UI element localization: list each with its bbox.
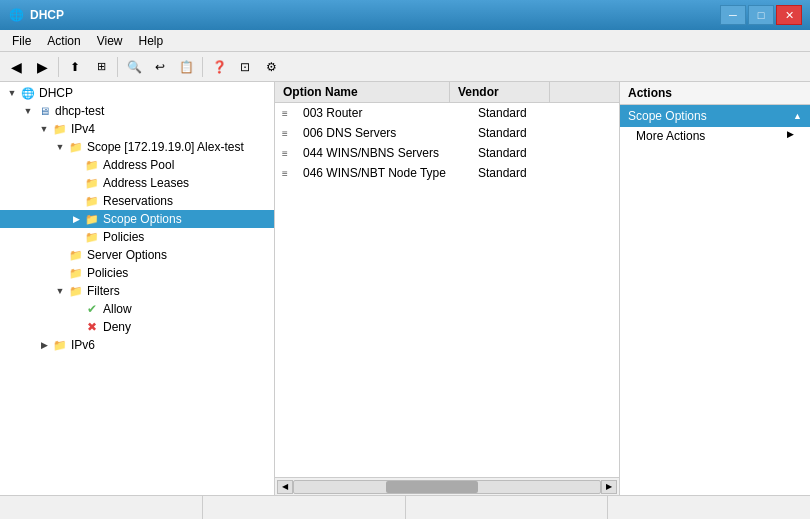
allow-icon: ✔ [84, 301, 100, 317]
tree-item-ipv4[interactable]: ▼ 📁 IPv4 [0, 120, 274, 138]
tree-item-ipv6[interactable]: ▶ 📁 IPv6 [0, 336, 274, 354]
ipv4-label: IPv4 [71, 122, 95, 136]
tree-item-policies-ipv4[interactable]: ▶ 📁 Policies [0, 264, 274, 282]
dhcp-test-label: dhcp-test [55, 104, 104, 118]
toolbar: ◀ ▶ ⬆ ⊞ 🔍 ↩ 📋 ❓ ⊡ ⚙ [0, 52, 810, 82]
settings-button[interactable]: ⚙ [259, 55, 283, 79]
expand-dhcp[interactable]: ▼ [4, 85, 20, 101]
minimize-button[interactable]: ─ [720, 5, 746, 25]
expand-filters[interactable]: ▼ [52, 283, 68, 299]
scroll-left-button[interactable]: ◀ [277, 480, 293, 494]
more-actions-arrow: ▶ [787, 129, 794, 139]
tree-item-deny[interactable]: ▶ ✖ Deny [0, 318, 274, 336]
expand-reservations[interactable]: ▶ [68, 193, 84, 209]
tree-item-reservations[interactable]: ▶ 📁 Reservations [0, 192, 274, 210]
content-body[interactable]: ≡ 003 Router Standard ≡ 006 DNS Servers … [275, 103, 619, 477]
expand-ipv4[interactable]: ▼ [36, 121, 52, 137]
deny-label: Deny [103, 320, 131, 334]
expand-scope-options[interactable]: ▶ [68, 211, 84, 227]
menu-action[interactable]: Action [39, 30, 88, 51]
ipv6-label: IPv6 [71, 338, 95, 352]
scope-label: Scope [172.19.19.0] Alex-test [87, 140, 244, 154]
expand-policies-ipv4[interactable]: ▶ [52, 265, 68, 281]
help-button[interactable]: ❓ [207, 55, 231, 79]
expand-address-leases[interactable]: ▶ [68, 175, 84, 191]
title-bar-text: DHCP [30, 8, 64, 22]
row-icon-1: ≡ [275, 128, 295, 139]
up-button[interactable]: ⬆ [63, 55, 87, 79]
menu-view[interactable]: View [89, 30, 131, 51]
row-name-0: 003 Router [295, 105, 470, 121]
expand-address-pool[interactable]: ▶ [68, 157, 84, 173]
main-area: ▼ 🌐 DHCP ▼ 🖥 dhcp-test ▼ 📁 IPv4 ▼ 📁 Scop… [0, 82, 810, 495]
export-button[interactable]: 📋 [174, 55, 198, 79]
back-button[interactable]: ◀ [4, 55, 28, 79]
content-scrollbar-area: ◀ ▶ [275, 477, 619, 495]
dhcp-test-icon: 🖥 [36, 103, 52, 119]
row-name-1: 006 DNS Servers [295, 125, 470, 141]
table-row[interactable]: ≡ 006 DNS Servers Standard [275, 123, 619, 143]
expand-policies-scope[interactable]: ▶ [68, 229, 84, 245]
tree-item-scope-options[interactable]: ▶ 📁 Scope Options [0, 210, 274, 228]
horizontal-scrollbar[interactable] [293, 480, 601, 494]
menu-file[interactable]: File [4, 30, 39, 51]
row-vendor-2: Standard [470, 145, 570, 161]
properties-button[interactable]: ⊡ [233, 55, 257, 79]
col-header-vendor: Vendor [450, 82, 550, 102]
menu-help[interactable]: Help [131, 30, 172, 51]
table-row[interactable]: ≡ 003 Router Standard [275, 103, 619, 123]
allow-label: Allow [103, 302, 132, 316]
server-options-label: Server Options [87, 248, 167, 262]
table-row[interactable]: ≡ 044 WINS/NBNS Servers Standard [275, 143, 619, 163]
status-cell-1 [0, 496, 203, 519]
search-button[interactable]: 🔍 [122, 55, 146, 79]
maximize-button[interactable]: □ [748, 5, 774, 25]
scope-options-arrow: ▲ [793, 111, 802, 121]
app-icon: 🌐 [8, 7, 24, 23]
expand-ipv6[interactable]: ▶ [36, 337, 52, 353]
show-hide-button[interactable]: ⊞ [89, 55, 113, 79]
status-cell-4 [608, 496, 810, 519]
tree-item-scope[interactable]: ▼ 📁 Scope [172.19.19.0] Alex-test [0, 138, 274, 156]
server-options-icon: 📁 [68, 247, 84, 263]
window-controls: ─ □ ✕ [720, 5, 802, 25]
content-pane: Option Name Vendor ≡ 003 Router Standard… [275, 82, 620, 495]
reservations-icon: 📁 [84, 193, 100, 209]
row-icon-2: ≡ [275, 148, 295, 159]
actions-header: Actions [620, 82, 810, 105]
forward-button[interactable]: ▶ [30, 55, 54, 79]
actions-pane: Actions Scope Options ▲ More Actions ▶ [620, 82, 810, 495]
expand-allow[interactable]: ▶ [68, 301, 84, 317]
dhcp-icon: 🌐 [20, 85, 36, 101]
table-row[interactable]: ≡ 046 WINS/NBT Node Type Standard [275, 163, 619, 183]
status-cell-3 [406, 496, 609, 519]
expand-server-options[interactable]: ▶ [52, 247, 68, 263]
content-header: Option Name Vendor [275, 82, 619, 103]
tree-pane[interactable]: ▼ 🌐 DHCP ▼ 🖥 dhcp-test ▼ 📁 IPv4 ▼ 📁 Scop… [0, 82, 275, 495]
title-bar: 🌐 DHCP ─ □ ✕ [0, 0, 810, 30]
actions-scope-options[interactable]: Scope Options ▲ [620, 105, 810, 127]
policies-ipv4-label: Policies [87, 266, 128, 280]
tree-item-address-leases[interactable]: ▶ 📁 Address Leases [0, 174, 274, 192]
scope-options-action-label: Scope Options [628, 109, 707, 123]
row-vendor-1: Standard [470, 125, 570, 141]
tree-item-address-pool[interactable]: ▶ 📁 Address Pool [0, 156, 274, 174]
row-icon-3: ≡ [275, 168, 295, 179]
toolbar-sep-2 [117, 57, 118, 77]
expand-deny[interactable]: ▶ [68, 319, 84, 335]
actions-more-actions[interactable]: More Actions ▶ [620, 127, 810, 145]
scroll-right-button[interactable]: ▶ [601, 480, 617, 494]
more-actions-label: More Actions [636, 129, 705, 143]
tree-item-allow[interactable]: ▶ ✔ Allow [0, 300, 274, 318]
expand-dhcp-test[interactable]: ▼ [20, 103, 36, 119]
tree-item-dhcp[interactable]: ▼ 🌐 DHCP [0, 84, 274, 102]
dhcp-label: DHCP [39, 86, 73, 100]
close-button[interactable]: ✕ [776, 5, 802, 25]
tree-item-policies-scope[interactable]: ▶ 📁 Policies [0, 228, 274, 246]
filters-icon: 📁 [68, 283, 84, 299]
refresh-button[interactable]: ↩ [148, 55, 172, 79]
tree-item-filters[interactable]: ▼ 📁 Filters [0, 282, 274, 300]
tree-item-server-options[interactable]: ▶ 📁 Server Options [0, 246, 274, 264]
expand-scope[interactable]: ▼ [52, 139, 68, 155]
tree-item-dhcp-test[interactable]: ▼ 🖥 dhcp-test [0, 102, 274, 120]
